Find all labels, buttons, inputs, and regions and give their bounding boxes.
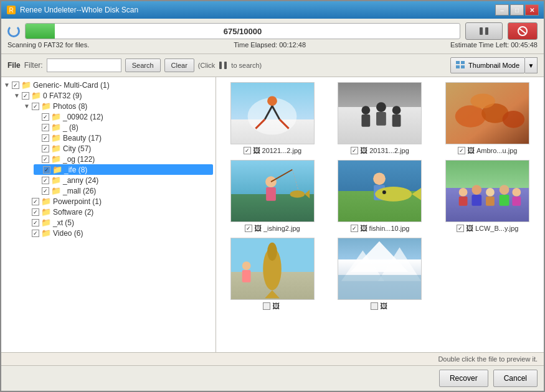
thumbnail-dropdown-button[interactable]: ▼ bbox=[525, 57, 538, 73]
thumbnail-img-img5[interactable] bbox=[338, 160, 422, 222]
thumb-label-row-img6: ✓ 🖼 LCW_B...y.jpg bbox=[457, 224, 519, 233]
thumbnail-img-img8[interactable] bbox=[338, 238, 422, 300]
thumb-file-icon-img6: 🖼 bbox=[466, 224, 473, 233]
scanning-text: Scanning 0 FAT32 for files. bbox=[7, 41, 89, 49]
filter-bar: File Filter: Search Clear (Click to sear… bbox=[1, 54, 544, 77]
svg-rect-21 bbox=[362, 114, 371, 127]
stop-button[interactable] bbox=[508, 22, 538, 40]
spinner-icon bbox=[7, 25, 20, 37]
checkbox-photos[interactable]: ✓ bbox=[32, 103, 39, 110]
checkbox-video[interactable]: ✓ bbox=[32, 230, 39, 237]
thumbnail-item-img6[interactable]: ✓ 🖼 LCW_B...y.jpg bbox=[436, 160, 539, 233]
pause-hint-icon bbox=[219, 61, 227, 70]
checkbox-beauty[interactable]: ✓ bbox=[42, 134, 49, 142]
thumbnail-item-img3[interactable]: ✓ 🖼 Ambro...u.jpg bbox=[436, 82, 539, 155]
thumb-label-row-img3: ✓ 🖼 Ambro...u.jpg bbox=[458, 146, 517, 155]
checkbox-xt[interactable]: ✓ bbox=[32, 219, 39, 226]
checkbox-ife[interactable]: ✓ bbox=[43, 166, 50, 174]
sidebar-item-software[interactable]: ✓ 📁 Software (2) bbox=[24, 207, 213, 217]
thumb-filename-img4: _ishing2.jpg bbox=[263, 225, 300, 232]
thumb-filename-img1: 20121...2.jpg bbox=[262, 147, 302, 154]
svg-point-36 bbox=[290, 190, 305, 198]
hint-text: (Click bbox=[198, 62, 216, 69]
sidebar-item-og[interactable]: ✓ 📁 _og (122) bbox=[34, 154, 213, 164]
thumbnail-item-img1[interactable]: ✓ 🖼 20121...2.jpg bbox=[221, 82, 324, 155]
cancel-button[interactable]: Cancel bbox=[493, 370, 538, 387]
checkbox-og[interactable]: ✓ bbox=[42, 156, 49, 163]
sidebar-item-video[interactable]: ✓ 📁 Video (6) bbox=[24, 228, 213, 238]
titlebar-left: R Renee Undeleter--Whole Disk Scan bbox=[6, 5, 138, 15]
checkbox-00902[interactable]: ✓ bbox=[42, 113, 49, 121]
thumbnail-mode-button[interactable]: Thumbnail Mode bbox=[450, 57, 525, 73]
thumb-file-icon-img4: 🖼 bbox=[254, 224, 262, 233]
sidebar-item-ife[interactable]: ✓ 📁 _ife (8) bbox=[34, 164, 213, 175]
sidebar-item-photos[interactable]: ▼ ✓ 📁 Photos (8) bbox=[24, 101, 213, 111]
sidebar-item-mall[interactable]: ✓ 📁 _mall (26) bbox=[34, 185, 213, 196]
thumb-checkbox-img8[interactable] bbox=[371, 302, 378, 310]
thumbnail-img-img6[interactable] bbox=[445, 160, 529, 222]
svg-point-24 bbox=[392, 106, 401, 114]
sidebar-item-city[interactable]: ✓ 📁 City (57) bbox=[34, 143, 213, 154]
sidebar-item-00902[interactable]: ✓ 📁 _00902 (12) bbox=[34, 111, 213, 122]
titlebar-controls: – □ ✕ bbox=[495, 4, 539, 16]
clear-button[interactable]: Clear bbox=[164, 58, 194, 72]
filter-input[interactable] bbox=[47, 58, 121, 72]
sidebar-item-underscore[interactable]: ✓ 📁 _ (8) bbox=[34, 122, 213, 133]
thumb-checkbox-img3[interactable]: ✓ bbox=[458, 147, 465, 154]
thumb-label-row-img7: 🖼 bbox=[263, 302, 282, 310]
sidebar-item-fat32[interactable]: ▼ ✓ 📁 0 FAT32 (9) bbox=[14, 90, 213, 101]
file-panel: ✓ 🖼 20121...2.jpg bbox=[216, 77, 544, 352]
thumbnail-mode-label: Thumbnail Mode bbox=[468, 62, 519, 69]
pause-button[interactable] bbox=[465, 22, 503, 40]
thumbnail-icon bbox=[456, 61, 466, 70]
progress-label: 675/10000 bbox=[26, 24, 460, 39]
checkbox-anny[interactable]: ✓ bbox=[42, 177, 49, 184]
checkbox-city[interactable]: ✓ bbox=[42, 145, 49, 152]
thumbnail-img-img3[interactable] bbox=[445, 82, 529, 144]
progress-bar: 675/10000 bbox=[25, 23, 460, 39]
checkbox-underscore[interactable]: ✓ bbox=[42, 124, 49, 131]
svg-point-49 bbox=[513, 188, 521, 197]
svg-rect-52 bbox=[486, 197, 495, 206]
svg-rect-9 bbox=[461, 61, 465, 64]
thumbnail-img-img1[interactable] bbox=[230, 82, 315, 144]
sidebar-item-powerpoint[interactable]: ✓ 📁 Powerpoint (1) bbox=[24, 196, 213, 207]
thumb-checkbox-img6[interactable]: ✓ bbox=[457, 225, 464, 232]
svg-rect-51 bbox=[472, 195, 482, 206]
thumbnail-item-img7[interactable]: 🖼 bbox=[221, 238, 324, 310]
checkbox-software[interactable]: ✓ bbox=[32, 208, 39, 216]
checkbox-generic-multicard[interactable]: ✓ bbox=[12, 82, 19, 89]
thumbnail-item-img4[interactable]: ✓ 🖼 _ishing2.jpg bbox=[221, 160, 324, 233]
thumbnail-item-img5[interactable]: ✓ 🖼 fishin...10.jpg bbox=[329, 160, 432, 233]
maximize-button[interactable]: □ bbox=[510, 4, 524, 16]
recover-button[interactable]: Recover bbox=[439, 370, 488, 387]
svg-rect-11 bbox=[461, 65, 465, 68]
svg-rect-25 bbox=[392, 114, 401, 127]
thumb-checkbox-img5[interactable]: ✓ bbox=[351, 225, 358, 232]
sidebar-item-xt[interactable]: ✓ 📁 _xt (5) bbox=[24, 217, 213, 228]
search-button[interactable]: Search bbox=[125, 58, 161, 72]
thumbnail-img-img4[interactable] bbox=[230, 160, 315, 222]
svg-rect-23 bbox=[377, 112, 387, 126]
close-button[interactable]: ✕ bbox=[525, 4, 539, 16]
thumbnail-item-img2[interactable]: ✓ 🖼 20131...2.jpg bbox=[329, 82, 432, 155]
checkbox-mall[interactable]: ✓ bbox=[42, 187, 49, 195]
minimize-button[interactable]: – bbox=[495, 4, 509, 16]
thumb-checkbox-img7[interactable] bbox=[263, 302, 270, 310]
thumb-file-icon-img3: 🖼 bbox=[467, 146, 475, 155]
thumbnail-img-img7[interactable] bbox=[230, 238, 315, 300]
thumb-checkbox-img1[interactable]: ✓ bbox=[244, 147, 251, 154]
thumb-checkbox-img4[interactable]: ✓ bbox=[245, 225, 252, 232]
sidebar-item-generic-multicard[interactable]: ▼ ✓ 📁 Generic- Multi-Card (1) bbox=[4, 80, 213, 90]
thumb-file-icon-img1: 🖼 bbox=[253, 146, 260, 155]
checkbox-powerpoint[interactable]: ✓ bbox=[32, 198, 39, 205]
thumb-checkbox-img2[interactable]: ✓ bbox=[351, 147, 358, 154]
thumbnail-item-img8[interactable]: 🖼 bbox=[329, 238, 432, 310]
thumbnail-img-img2[interactable] bbox=[338, 82, 422, 144]
sidebar[interactable]: ▼ ✓ 📁 Generic- Multi-Card (1) ▼ ✓ 📁 0 FA… bbox=[1, 77, 216, 352]
svg-point-41 bbox=[376, 187, 412, 202]
checkbox-fat32[interactable]: ✓ bbox=[22, 92, 29, 100]
sidebar-item-anny[interactable]: ✓ 📁 _anny (24) bbox=[34, 175, 213, 185]
sidebar-item-beauty[interactable]: ✓ 📁 Beauty (17) bbox=[34, 133, 213, 143]
thumb-file-icon-img2: 🖼 bbox=[360, 146, 367, 155]
